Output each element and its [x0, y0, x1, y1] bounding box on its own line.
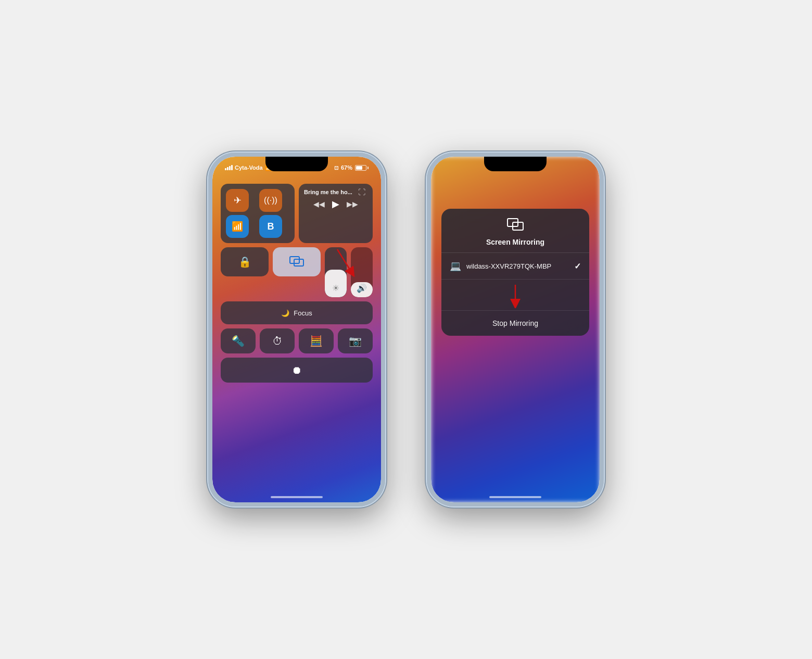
airplay-icon: ⛶	[358, 188, 369, 198]
bluetooth-button[interactable]: B	[259, 215, 282, 238]
calculator-icon: 🧮	[310, 335, 323, 347]
mirroring-title: Screen Mirroring	[486, 238, 544, 246]
home-indicator-1	[271, 496, 323, 498]
phone-1-screen: Cyta-Voda 📶 ⊡ 67%	[212, 157, 381, 502]
battery-icon	[355, 165, 369, 171]
flashlight-icon: 🔦	[232, 335, 245, 347]
play-button[interactable]: ▶	[332, 198, 339, 210]
screen-mirroring-button[interactable]	[273, 247, 321, 276]
cc-sliders: ☀ 🔊	[325, 247, 373, 297]
record-button[interactable]: ⏺	[221, 358, 373, 383]
lock-rotation-button[interactable]: 🔒	[221, 247, 269, 276]
control-center: ✈ ((·)) 📶 B ⛶ Bring	[221, 184, 373, 383]
screen-mirroring-popup: Screen Mirroring 💻 wildass-XXVR279TQK-MB…	[441, 209, 589, 336]
arrow-to-stop	[508, 282, 523, 308]
camera-icon: 📷	[349, 335, 362, 347]
mirroring-device-row[interactable]: 💻 wildass-XXVR279TQK-MBP ✓	[441, 253, 589, 280]
stop-mirroring-label: Stop Mirroring	[492, 319, 538, 327]
timer-button[interactable]: ⏱	[260, 328, 295, 353]
timer-icon: ⏱	[272, 335, 283, 347]
cc-row1: ✈ ((·)) 📶 B ⛶ Bring	[221, 184, 373, 243]
screen-mirroring-icon	[289, 256, 304, 268]
wifi-icon: 📶	[232, 221, 243, 232]
wifi-button[interactable]: 📶	[226, 215, 249, 238]
battery-percent: 67%	[341, 164, 352, 171]
status-left: Cyta-Voda 📶	[225, 164, 273, 171]
lock-rotation-icon: 🔒	[238, 256, 251, 268]
device-name: wildass-XXVR279TQK-MBP	[466, 262, 551, 270]
volume-icon: 🔊	[357, 283, 367, 293]
calculator-button[interactable]: 🧮	[299, 328, 334, 353]
carrier-name: Cyta-Voda	[235, 164, 263, 171]
media-controls: ◀◀ ▶ ▶▶	[304, 198, 367, 210]
signal-icon	[225, 165, 233, 170]
phone-1-background: Cyta-Voda 📶 ⊡ 67%	[212, 157, 381, 502]
empty-section	[441, 280, 589, 311]
cc-media-panel: ⛶ Bring me the ho... ◀◀ ▶ ▶▶	[299, 184, 373, 243]
cc-small-buttons: 🔦 ⏱ 🧮 📷	[221, 328, 373, 353]
next-track-icon[interactable]: ▶▶	[347, 200, 358, 208]
phone-2-screen: Screen Mirroring 💻 wildass-XXVR279TQK-MB…	[431, 157, 600, 502]
connected-checkmark: ✓	[574, 261, 581, 271]
camera-button[interactable]: 📷	[338, 328, 373, 353]
brightness-icon: ☀	[332, 283, 339, 293]
moon-icon: 🌙	[281, 309, 289, 317]
focus-button[interactable]: 🌙 Focus	[221, 301, 373, 324]
cc-network-panel: ✈ ((·)) 📶 B	[221, 184, 295, 243]
prev-track-icon[interactable]: ◀◀	[313, 200, 325, 208]
status-right: ⊡ 67%	[334, 164, 369, 171]
home-indicator-2	[489, 496, 541, 498]
cellular-button[interactable]: ((·))	[259, 189, 282, 212]
focus-label: Focus	[294, 309, 312, 317]
airplane-icon: ✈	[234, 195, 242, 206]
notch-2	[484, 157, 547, 171]
cc-record-row: ⏺	[221, 358, 373, 383]
mirroring-header: Screen Mirroring	[441, 209, 589, 253]
phone-2: Screen Mirroring 💻 wildass-XXVR279TQK-MB…	[427, 153, 604, 506]
notch-1	[265, 157, 328, 171]
airplane-mode-button[interactable]: ✈	[226, 189, 249, 212]
phone-1: Cyta-Voda 📶 ⊡ 67%	[208, 153, 385, 506]
flashlight-button[interactable]: 🔦	[221, 328, 256, 353]
stop-mirroring-button[interactable]: Stop Mirroring	[441, 311, 589, 336]
bluetooth-icon: B	[268, 221, 274, 232]
brightness-slider[interactable]: ☀	[325, 247, 347, 297]
record-icon: ⏺	[291, 364, 302, 376]
cellular-icon: ((·))	[264, 196, 277, 205]
cc-row2: 🔒 ☀	[221, 247, 373, 297]
device-info: 💻 wildass-XXVR279TQK-MBP	[450, 260, 551, 272]
screen-mirror-status-icon: ⊡	[334, 165, 338, 171]
laptop-icon: 💻	[450, 260, 461, 272]
mirroring-popup-icon	[507, 218, 524, 235]
volume-slider[interactable]: 🔊	[351, 247, 373, 297]
